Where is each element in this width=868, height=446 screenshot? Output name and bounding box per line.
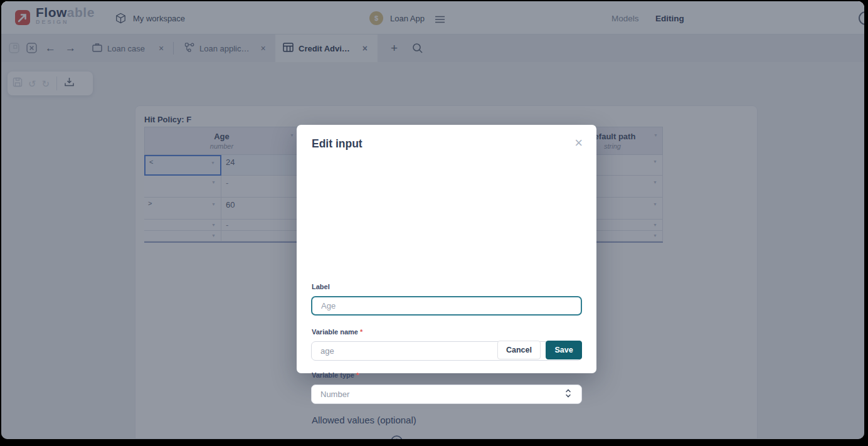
- variable-type-select[interactable]: Number: [311, 385, 582, 404]
- select-value: age: [320, 346, 334, 356]
- allowed-values-heading: Allowed values (optional): [312, 415, 416, 425]
- select-value: Number: [320, 390, 349, 399]
- variable-type-label: Variable type*: [312, 371, 359, 379]
- variable-name-label: Variable name*: [312, 328, 363, 336]
- field-label-text: Variable type: [312, 371, 354, 379]
- save-button[interactable]: Save: [546, 341, 582, 359]
- label-input[interactable]: [311, 296, 582, 316]
- required-marker: *: [360, 328, 363, 336]
- close-icon[interactable]: ×: [574, 136, 583, 150]
- cancel-button[interactable]: Cancel: [497, 341, 541, 359]
- edit-input-modal: Edit input × Label Variable name* age Va…: [297, 125, 596, 373]
- add-custom-property-label: Add custom property: [312, 439, 384, 440]
- screenshot-frame: Flowable DESIGN My workspace $ Loan App …: [0, 0, 868, 446]
- select-chevrons-icon: [564, 388, 573, 401]
- field-label-text: Variable name: [312, 328, 358, 336]
- label-field-label: Label: [312, 283, 330, 290]
- app-window: Flowable DESIGN My workspace $ Loan App …: [1, 1, 864, 439]
- add-custom-property-button[interactable]: Add custom property: [312, 435, 403, 439]
- variable-name-select[interactable]: age: [311, 341, 582, 361]
- required-marker: *: [356, 371, 359, 379]
- modal-title: Edit input: [312, 137, 363, 151]
- add-icon[interactable]: [391, 435, 403, 439]
